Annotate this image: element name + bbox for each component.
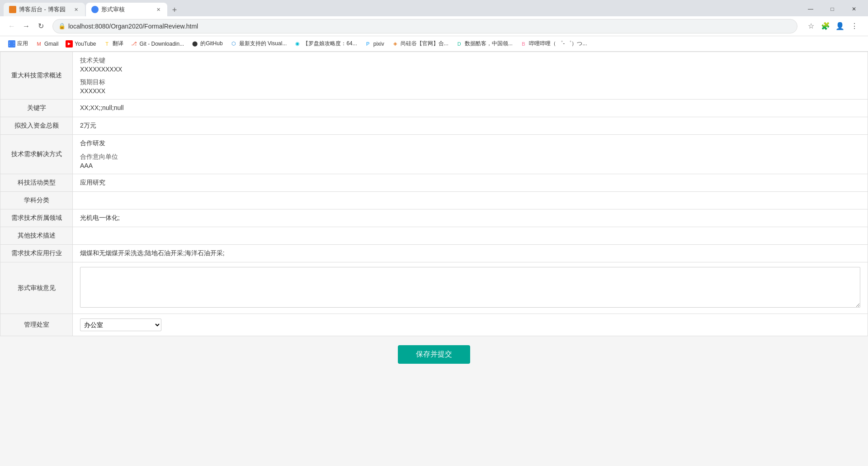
bookmark-youtube-label: YouTube	[75, 41, 96, 47]
bookmark-visual-label: 最新支持的 Visual...	[239, 40, 287, 48]
visual-icon: ⬡	[230, 40, 237, 48]
bookmark-atguigu-label: 尚硅谷【官网】合...	[401, 40, 448, 48]
form-table: 重大科技需求概述 技术关键 XXXXXXXXXX 预期目标 XXXXXX 关键字	[0, 52, 868, 336]
git-icon: ⎇	[131, 40, 138, 48]
reload-button[interactable]: ↻	[34, 20, 47, 33]
tab2-close[interactable]: ✕	[155, 6, 162, 13]
sub-value-expected-goal: XXXXXX	[80, 87, 860, 95]
tabs-bar: 博客后台 - 博客园 ✕ 形式审核 ✕ + — □ ✕	[0, 0, 868, 16]
value-industry: 烟煤和无烟煤开采洗选;陆地石油开采;海洋石油开采;	[73, 245, 868, 262]
address-bar[interactable]: 🔒 localhost:8080/Organ2020/FormalReview.…	[52, 19, 797, 33]
sub-section-collab-type: 合作研发	[80, 139, 860, 147]
tab1-title: 博客后台 - 博客园	[19, 5, 66, 14]
menu-button[interactable]: ⋮	[848, 20, 861, 33]
tab-blogpark[interactable]: 博客后台 - 博客园 ✕	[4, 3, 85, 16]
bookmark-git[interactable]: ⎇ Git - Downloadin...	[128, 39, 187, 48]
table-row: 技术需求解决方式 合作研发 合作意向单位 AAA	[0, 135, 868, 174]
value-keywords: XX;XX;;null;null	[73, 100, 868, 117]
table-row: 其他技术描述	[0, 227, 868, 245]
bookmarks-bar: ⋮⋮ 应用 M Gmail ▶ YouTube T 翻译 ⎇ Git - Dow…	[0, 36, 868, 52]
bookmark-apps[interactable]: ⋮⋮ 应用	[5, 39, 31, 48]
browser-window: 博客后台 - 博客园 ✕ 形式审核 ✕ + — □ ✕ ← → ↻ 🔒 loca…	[0, 0, 868, 52]
table-row: 形式审核意见	[0, 262, 868, 314]
bookmark-visual[interactable]: ⬡ 最新支持的 Visual...	[227, 39, 290, 48]
luopan-icon: ◉	[294, 40, 301, 48]
bookmark-button[interactable]: ☆	[805, 20, 817, 33]
atguigu-icon: ◈	[392, 40, 399, 48]
bookmark-luopan-label: 【罗盘娘攻略度：64...	[303, 40, 357, 48]
label-review-opinion: 形式审核意见	[0, 262, 73, 314]
bookmark-youtube[interactable]: ▶ YouTube	[63, 39, 99, 48]
tab2-title: 形式审核	[101, 5, 125, 14]
lock-icon: 🔒	[58, 23, 66, 29]
new-tab-button[interactable]: +	[168, 4, 181, 16]
sub-label-tech-key: 技术关键	[80, 57, 860, 65]
table-row: 需求技术所属领域 光机电一体化;	[0, 209, 868, 227]
bookmark-gmail[interactable]: M Gmail	[33, 39, 61, 48]
bookmark-dataku-label: 数据酷客，中国领...	[465, 40, 513, 48]
mgmt-select[interactable]: 办公室 科技处 人事处	[80, 319, 161, 331]
bookmark-dataku[interactable]: D 数据酷客，中国领...	[453, 39, 515, 48]
tab2-favicon	[91, 6, 99, 13]
bookmark-apps-label: 应用	[17, 40, 28, 48]
gmail-icon: M	[35, 40, 42, 48]
pixiv-icon: P	[364, 40, 372, 48]
page-content: 重大科技需求概述 技术关键 XXXXXXXXXX 预期目标 XXXXXX 关键字	[0, 52, 868, 373]
label-activity-type: 科技活动类型	[0, 174, 73, 192]
value-other-tech	[73, 227, 868, 245]
forward-button[interactable]: →	[20, 20, 33, 33]
label-other-tech: 其他技术描述	[0, 227, 73, 245]
submit-area: 保存并提交	[0, 336, 868, 373]
minimize-button[interactable]: —	[800, 2, 821, 16]
dataku-icon: D	[456, 40, 463, 48]
label-investment: 拟投入资金总额	[0, 117, 73, 135]
value-review-opinion	[73, 262, 868, 314]
maximize-button[interactable]: □	[822, 2, 843, 16]
bookmark-translate[interactable]: T 翻译	[101, 39, 126, 48]
bookmark-pixiv[interactable]: P pixiv	[362, 39, 387, 48]
table-row: 关键字 XX;XX;;null;null	[0, 100, 868, 117]
bookmark-pixiv-label: pixiv	[373, 41, 384, 47]
bookmark-github[interactable]: ⬤ 的GitHub	[189, 39, 225, 48]
bookmark-translate-label: 翻译	[113, 40, 123, 48]
tab-formalreview[interactable]: 形式审核 ✕	[86, 3, 167, 16]
table-row: 科技活动类型 应用研究	[0, 174, 868, 192]
bookmark-gmail-label: Gmail	[44, 41, 58, 47]
bookmark-github-label: 的GitHub	[200, 40, 222, 48]
github-icon: ⬤	[191, 40, 198, 48]
value-tech-field: 光机电一体化;	[73, 209, 868, 227]
label-tech-field: 需求技术所属领域	[0, 209, 73, 227]
youtube-icon: ▶	[66, 40, 73, 48]
bookmark-atguigu[interactable]: ◈ 尚硅谷【官网】合...	[389, 39, 451, 48]
apps-icon: ⋮⋮	[8, 40, 15, 48]
value-major-tech-desc: 技术关键 XXXXXXXXXX 预期目标 XXXXXX	[73, 52, 868, 100]
extension-button[interactable]: 🧩	[819, 20, 832, 33]
bilibili-icon: B	[520, 40, 527, 48]
close-button[interactable]: ✕	[844, 2, 864, 16]
submit-button[interactable]: 保存并提交	[398, 345, 470, 364]
tab1-close[interactable]: ✕	[72, 6, 80, 13]
tab1-favicon	[9, 6, 16, 13]
back-button[interactable]: ←	[5, 20, 18, 33]
table-row: 管理处室 办公室 科技处 人事处	[0, 314, 868, 336]
bookmark-bilibili[interactable]: B 哔哩哔哩（ ゜- ゜）つ...	[517, 39, 590, 48]
label-keywords: 关键字	[0, 100, 73, 117]
value-activity-type: 应用研究	[73, 174, 868, 192]
value-mgmt-office: 办公室 科技处 人事处	[73, 314, 868, 336]
bookmark-luopan[interactable]: ◉ 【罗盘娘攻略度：64...	[291, 39, 359, 48]
label-solution: 技术需求解决方式	[0, 135, 73, 174]
table-row: 需求技术应用行业 烟煤和无烟煤开采洗选;陆地石油开采;海洋石油开采;	[0, 245, 868, 262]
nav-bar: ← → ↻ 🔒 localhost:8080/Organ2020/FormalR…	[0, 16, 868, 36]
window-controls: — □ ✕	[800, 2, 864, 16]
nav-actions: ☆ 🧩 👤 ⋮	[805, 20, 863, 33]
sub-section-expected-goal: 预期目标 XXXXXX	[80, 78, 860, 95]
label-major-tech-desc: 重大科技需求概述	[0, 52, 73, 100]
url-text: localhost:8080/Organ2020/FormalReview.ht…	[68, 23, 198, 30]
table-row: 重大科技需求概述 技术关键 XXXXXXXXXX 预期目标 XXXXXX	[0, 52, 868, 100]
table-row: 拟投入资金总额 2万元	[0, 117, 868, 135]
sub-label-collab-unit: 合作意向单位	[80, 153, 860, 161]
review-textarea[interactable]	[80, 267, 860, 308]
profile-button[interactable]: 👤	[834, 20, 846, 33]
table-row: 学科分类	[0, 192, 868, 209]
label-mgmt-office: 管理处室	[0, 314, 73, 336]
